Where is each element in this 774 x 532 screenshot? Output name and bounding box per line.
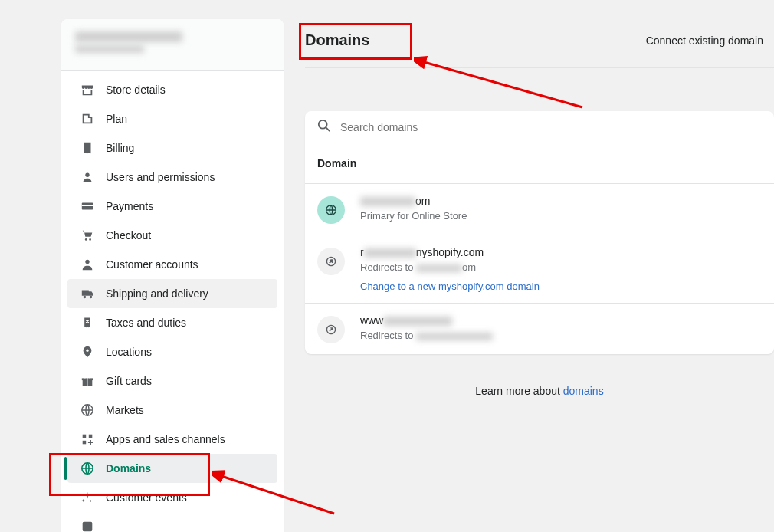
- sidebar-item-label: Apps and sales channels: [106, 433, 225, 445]
- sidebar-item-customer-accounts[interactable]: Customer accounts: [67, 250, 277, 279]
- globe-icon: [317, 196, 345, 224]
- store-icon: [80, 82, 95, 97]
- sidebar-item-taxes[interactable]: Taxes and duties: [67, 308, 277, 337]
- account-icon: [80, 257, 95, 272]
- domain-row-shopify[interactable]: rnyshopify.com Redirects to om Change to…: [305, 235, 774, 304]
- connect-domain-button[interactable]: Connect existing domain: [646, 34, 763, 47]
- svg-point-3: [85, 238, 87, 241]
- card-icon: [80, 199, 95, 214]
- svg-point-7: [90, 296, 93, 299]
- sidebar-item-more[interactable]: [67, 512, 277, 532]
- domain-icon: [80, 461, 95, 476]
- sidebar-item-label: Domains: [106, 462, 151, 475]
- page-title: Domains: [305, 31, 369, 49]
- learn-more-text: Learn more about domains: [305, 385, 774, 397]
- page-header: Domains Connect existing domain: [305, 19, 774, 68]
- sparkle-icon: [80, 490, 95, 505]
- plan-icon: [80, 111, 95, 126]
- sidebar-item-label: Billing: [106, 142, 134, 154]
- sidebar-item-label: Checkout: [106, 229, 151, 241]
- svg-rect-12: [89, 435, 93, 438]
- sidebar-header: [61, 19, 284, 71]
- svg-rect-15: [83, 522, 93, 532]
- sidebar-item-plan[interactable]: Plan: [67, 104, 277, 133]
- sidebar-item-label: Taxes and duties: [106, 317, 186, 329]
- gift-icon: [80, 373, 95, 389]
- redirect-icon: [317, 316, 345, 343]
- receipt-icon: [80, 315, 95, 330]
- sidebar-item-gift-cards[interactable]: Gift cards: [67, 366, 277, 396]
- domain-row-primary[interactable]: om Primary for Online Store: [305, 184, 774, 235]
- domains-card: Domain om Primary for Online Store: [305, 111, 774, 354]
- search-input[interactable]: [340, 121, 762, 133]
- learn-more-link[interactable]: domains: [563, 385, 604, 397]
- settings-nav: Store details Plan Billing Users and per…: [61, 71, 284, 532]
- pin-icon: [80, 344, 95, 360]
- billing-icon: [80, 140, 95, 156]
- sidebar-item-label: Customer events: [106, 491, 187, 504]
- domain-name: om: [360, 195, 762, 207]
- domain-row-www[interactable]: www Redirects to: [305, 304, 774, 354]
- sidebar-item-label: Gift cards: [106, 375, 152, 387]
- sidebar-item-label: Store details: [106, 84, 166, 96]
- sidebar-item-customer-events[interactable]: Customer events: [67, 483, 277, 512]
- sidebar-item-label: Locations: [106, 346, 152, 358]
- sidebar-item-label: Customer accounts: [106, 258, 198, 271]
- svg-point-4: [89, 238, 91, 241]
- globe-icon: [80, 402, 95, 418]
- cart-icon: [80, 228, 95, 243]
- sidebar-item-billing[interactable]: Billing: [67, 133, 277, 163]
- domain-name: rnyshopify.com: [360, 246, 762, 258]
- sidebar-item-shipping[interactable]: Shipping and delivery: [67, 279, 277, 308]
- sidebar-item-label: Plan: [106, 113, 127, 125]
- svg-point-16: [319, 120, 327, 129]
- user-icon: [80, 169, 95, 185]
- sidebar-item-users[interactable]: Users and permissions: [67, 163, 277, 192]
- svg-rect-13: [83, 441, 87, 445]
- search-icon: [317, 119, 331, 135]
- sidebar-item-store-details[interactable]: Store details: [67, 75, 277, 104]
- svg-point-6: [84, 296, 87, 299]
- truck-icon: [80, 286, 95, 301]
- sidebar-item-domains[interactable]: Domains: [67, 454, 277, 483]
- change-domain-link[interactable]: Change to a new myshopify.com domain: [360, 281, 762, 292]
- svg-rect-2: [82, 205, 93, 206]
- sidebar-item-locations[interactable]: Locations: [67, 337, 277, 366]
- svg-point-0: [85, 173, 89, 177]
- domain-status: Redirects to: [360, 330, 762, 341]
- sidebar-item-label: Shipping and delivery: [106, 287, 208, 300]
- sidebar-item-apps[interactable]: Apps and sales channels: [67, 425, 277, 454]
- sidebar-item-payments[interactable]: Payments: [67, 192, 277, 221]
- main-content: Domains Connect existing domain Domain o…: [305, 19, 774, 532]
- sidebar-item-label: Markets: [106, 404, 144, 416]
- search-bar[interactable]: [305, 111, 774, 143]
- apps-icon: [80, 432, 95, 447]
- domain-status: Primary for Online Store: [360, 210, 762, 222]
- sidebar-item-markets[interactable]: Markets: [67, 396, 277, 425]
- settings-sidebar: Store details Plan Billing Users and per…: [61, 19, 284, 532]
- table-header-domain: Domain: [305, 143, 774, 184]
- domain-status: Redirects to om: [360, 261, 762, 273]
- sidebar-item-label: Payments: [106, 200, 153, 212]
- svg-rect-11: [83, 435, 87, 438]
- redirect-icon: [317, 248, 345, 275]
- sidebar-item-label: Users and permissions: [106, 171, 215, 183]
- svg-point-5: [85, 260, 89, 264]
- domain-name: www: [360, 314, 762, 327]
- sidebar-item-checkout[interactable]: Checkout: [67, 221, 277, 250]
- brand-icon: [80, 519, 95, 532]
